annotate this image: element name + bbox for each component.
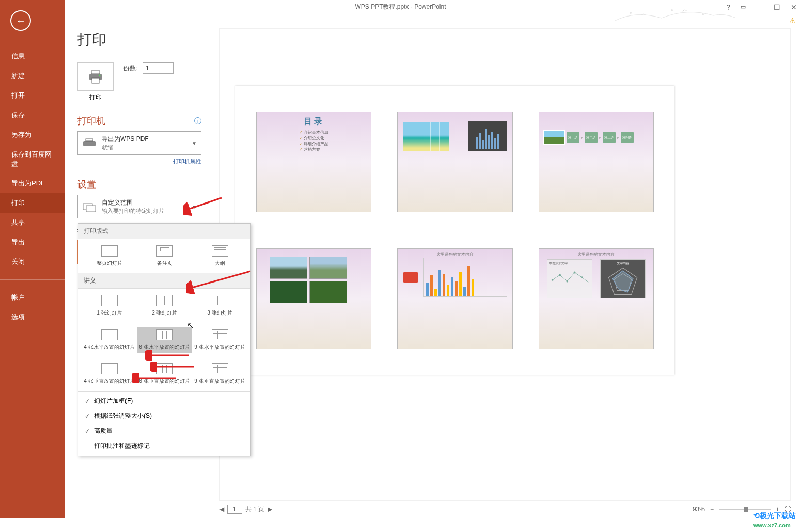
preview-thumb-2: 2 (397, 112, 512, 212)
svg-point-2 (702, 13, 704, 15)
svg-point-0 (630, 12, 632, 14)
window-controls: ? ▭ — ☐ ✕ (726, 3, 797, 11)
sidebar-item-options[interactable]: 选项 (0, 307, 65, 327)
sidebar-item-save[interactable]: 保存 (0, 105, 65, 125)
sidebar-item-share[interactable]: 共享 (0, 213, 65, 232)
printer-icon (87, 70, 104, 84)
layout-6h-slides[interactable]: 6 张水平放置的幻灯片 (137, 327, 192, 353)
layout-4h-slides[interactable]: 4 张水平放置的幻灯片 (82, 327, 137, 353)
print-button-label: 打印 (77, 93, 114, 102)
layout-9h-slides[interactable]: 9 张水平放置的幻灯片 (192, 327, 247, 353)
zoom-slider[interactable] (719, 509, 771, 510)
printer-small-icon (82, 138, 97, 148)
printer-dropdown[interactable]: 导出为WPS PDF 就绪 ▼ (77, 131, 201, 155)
window-title: WPS PPT教程.pptx - PowerPoint (355, 3, 446, 11)
popup-section-printstyle: 打印版式 (78, 224, 250, 239)
sidebar-item-saveas[interactable]: 另存为 (0, 125, 65, 145)
copies-input[interactable] (143, 62, 174, 74)
chevron-down-icon: ▼ (192, 204, 197, 210)
printer-properties-link[interactable]: 打印机属性 (77, 158, 201, 165)
preview-thumb-4: 4 (256, 248, 371, 349)
zoom-out-btn[interactable]: − (710, 506, 714, 513)
preview-footer: ◀ 1 共 1 页 ▶ 93% − + ⛶ (219, 502, 791, 517)
svg-point-1 (671, 9, 673, 11)
close-icon[interactable]: ✕ (791, 3, 797, 11)
help-icon[interactable]: ? (726, 3, 730, 11)
sidebar-item-export[interactable]: 导出 (0, 232, 65, 252)
svg-rect-5 (92, 78, 99, 83)
layout-popup: 打印版式 整页幻灯片 备注页 大纲 讲义 1 张幻灯片 2 张幻灯片 3 张幻灯… (78, 223, 251, 456)
sidebar-item-baidu[interactable]: 保存到百度网盘 (0, 145, 65, 174)
warning-icon[interactable]: ⚠ (789, 17, 796, 25)
preview-thumb-1: 目录 介绍基本信息 介绍公文化 详细介绍产品 营销方案 1 (256, 112, 371, 212)
chevron-down-icon: ▼ (192, 140, 197, 146)
svg-rect-10 (86, 206, 96, 212)
svg-rect-8 (86, 139, 93, 141)
layout-outline[interactable]: 大纲 (192, 243, 247, 269)
layout-4v-slides[interactable]: 4 张垂直放置的幻灯片 (82, 361, 137, 387)
zoom-label: 93% (693, 506, 705, 513)
sidebar-item-print[interactable]: 打印 (0, 193, 65, 213)
layout-6v-slides[interactable]: 6 张垂直放置的幻灯片 (137, 361, 192, 387)
svg-marker-22 (612, 271, 633, 292)
print-preview: 目录 介绍基本信息 介绍公文化 详细介绍产品 营销方案 1 2 第一步▸ (219, 28, 791, 501)
page-total: 共 1 页 (245, 505, 264, 514)
sidebar-item-info[interactable]: 信息 (0, 46, 65, 66)
copies-label: 份数: (123, 65, 137, 72)
svg-point-15 (552, 279, 554, 281)
sidebar-item-new[interactable]: 新建 (0, 66, 65, 86)
layout-3-slides[interactable]: 3 张幻灯片 (192, 293, 247, 319)
layout-1-slide[interactable]: 1 张幻灯片 (82, 293, 137, 319)
prev-page-btn[interactable]: ◀ (219, 506, 224, 513)
check-print-comments[interactable]: 打印批注和墨迹标记 (78, 439, 250, 453)
layout-2-slides[interactable]: 2 张幻灯片 (137, 293, 192, 319)
svg-rect-7 (83, 141, 96, 146)
layout-full-slide[interactable]: 整页幻灯片 (82, 243, 137, 269)
backstage-sidebar: ← 信息 新建 打开 保存 另存为 保存到百度网盘 导出为PDF 打印 共享 导… (0, 0, 65, 518)
sidebar-item-exportpdf[interactable]: 导出为PDF (0, 174, 65, 193)
maximize-icon[interactable]: ☐ (774, 3, 780, 11)
popup-section-handout: 讲义 (78, 273, 250, 289)
info-icon[interactable]: i (194, 117, 201, 124)
check-frame-slides[interactable]: ✓幻灯片加框(F) (78, 394, 250, 409)
check-high-quality[interactable]: ✓高质量 (78, 424, 250, 439)
svg-point-19 (581, 276, 583, 278)
range-dropdown[interactable]: 自定义范围 输入要打印的特定幻灯片 ▼ (77, 195, 201, 218)
sidebar-item-open[interactable]: 打开 (0, 86, 65, 105)
cursor-icon: ↖ (187, 321, 194, 331)
preview-thumb-5: 这里是您的文本内容 5 (397, 248, 512, 349)
svg-point-18 (573, 272, 575, 274)
next-page-btn[interactable]: ▶ (268, 506, 272, 513)
check-scale-to-paper[interactable]: ✓根据纸张调整大小(S) (78, 409, 250, 424)
sidebar-item-account[interactable]: 帐户 (0, 288, 65, 307)
layout-9v-slides[interactable]: 9 张垂直放置的幻灯片 (192, 361, 247, 387)
preview-thumb-3: 第一步▸ 第二步▸ 第三步▸ 第四步 3 (539, 112, 654, 212)
print-heading: 打印 (77, 30, 201, 50)
title-bar: WPS PPT教程.pptx - PowerPoint ? ▭ — ☐ ✕ (0, 0, 801, 14)
printer-header: 打印机 i (77, 115, 201, 127)
svg-point-17 (566, 280, 568, 283)
page-number-input[interactable]: 1 (227, 505, 242, 514)
print-button[interactable] (77, 62, 114, 91)
slides-range-icon (82, 201, 97, 212)
back-button[interactable]: ← (10, 10, 31, 31)
preview-thumb-6: 这里是您的文本内容 单击添加文字 文字内容 6 (539, 248, 654, 349)
preview-page: 目录 介绍基本信息 介绍公文化 详细介绍产品 营销方案 1 2 第一步▸ (235, 86, 674, 375)
minimize-icon[interactable]: — (756, 3, 763, 11)
watermark: ⟲极光下载站 www.xz7.com (753, 511, 796, 529)
svg-rect-3 (91, 71, 100, 74)
svg-point-16 (559, 274, 561, 276)
svg-point-6 (99, 74, 101, 76)
layout-notes[interactable]: 备注页 (137, 243, 192, 269)
settings-header: 设置 (77, 178, 201, 191)
ribbon-toggle-icon[interactable]: ▭ (741, 4, 746, 10)
sidebar-item-close[interactable]: 关闭 (0, 252, 65, 272)
decorative-branches (610, 0, 739, 31)
